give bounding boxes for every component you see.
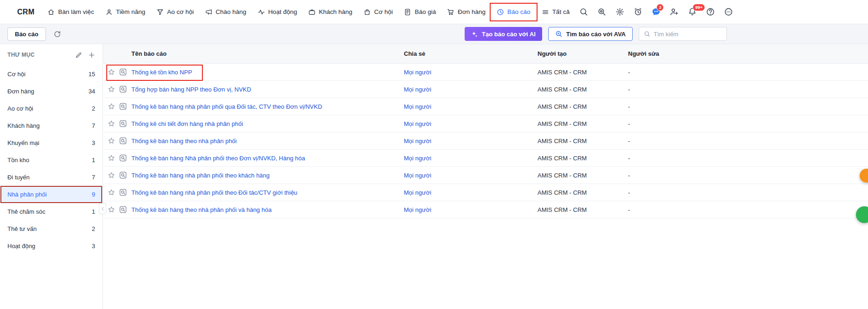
modifier-value: - [628,172,868,179]
favorite-star-icon[interactable] [108,171,115,179]
nav-item[interactable]: Bàn làm việc [42,3,99,21]
opportunity-icon [363,8,371,16]
topbar-action-button[interactable] [611,4,628,20]
column-modifier: Người sửa [628,50,868,57]
preview-report-icon[interactable] [119,102,127,111]
topbar-action-button[interactable] [593,4,610,20]
refresh-icon[interactable] [53,30,61,38]
preview-report-icon[interactable] [119,171,127,179]
topbar-action-button[interactable] [666,4,682,20]
nav-item-label: Ao cơ hội [167,8,194,15]
folder-item[interactable]: Khách hàng 7 [0,117,103,134]
report-name-link[interactable]: Thống kê bán hàng nhà phân phối theo Đối… [131,189,298,196]
favorite-star-icon[interactable] [108,154,115,162]
folder-count: 7 [92,174,95,181]
share-scope-link[interactable]: Mọi người [404,206,431,213]
nav-item[interactable]: Tiềm năng [100,3,151,21]
folder-count: 3 [92,139,95,146]
nav-item-label: Đơn hàng [458,8,486,15]
topbar-action-button[interactable] [702,4,719,20]
report-name-link[interactable]: Thống kê bán hàng Nhà phân phối theo Đơn… [131,155,305,162]
add-folder-icon[interactable] [88,52,95,59]
collapse-sidebar-button[interactable] [99,203,106,214]
report-name-link[interactable]: Thống kê bán hàng nhà phân phối qua Đối … [131,103,322,110]
reminder-icon [634,7,642,16]
share-scope-link[interactable]: Mọi người [404,138,431,145]
find-report-ava-button[interactable]: Tìm báo cáo với AVA [548,27,633,41]
content-area: THƯ MỤC Cơ hội 15 Đơn hàng 34 Ao cơ hội … [0,44,868,309]
topbar-actions: 2 99+ [575,4,737,20]
nav-item[interactable]: Tất cả [536,3,576,21]
topbar-action-button[interactable]: 2 [648,4,664,20]
nav-item[interactable]: Khách hàng [303,3,358,21]
folder-item[interactable]: Nhà phân phối 9 [0,186,103,203]
nav-item[interactable]: Hoạt động [252,3,303,21]
report-page-button[interactable]: Báo cáo [7,27,46,41]
folder-item[interactable]: Đơn hàng 34 [0,83,103,100]
nav-item[interactable]: Chào hàng [200,3,252,21]
folder-item[interactable]: Thẻ tư vấn 2 [0,220,103,237]
folders-sidebar: THƯ MỤC Cơ hội 15 Đơn hàng 34 Ao cơ hội … [0,44,103,309]
report-name-link[interactable]: Tổng hợp bán hàng NPP theo Đơn vị, NVKD [131,86,251,93]
create-report-ai-button[interactable]: Tạo báo cáo với AI [465,27,542,41]
nav-item[interactable]: Cơ hội [358,3,398,21]
app-title: CRM [17,8,34,16]
share-scope-link[interactable]: Mọi người [404,155,431,162]
topbar-action-button[interactable] [629,4,646,20]
folder-count: 2 [92,105,95,112]
folder-item[interactable]: Ao cơ hội 2 [0,100,103,117]
edit-folders-icon[interactable] [75,52,82,59]
folder-item[interactable]: Đi tuyến 7 [0,169,103,186]
folder-item[interactable]: Hoạt động 3 [0,237,103,255]
share-scope-link[interactable]: Mọi người [404,189,431,196]
search-input[interactable] [654,31,719,38]
table-row: Thống kê bán hàng nhà phân phối theo Đối… [103,184,868,201]
folder-item[interactable]: Tồn kho 1 [0,151,103,169]
preview-report-icon[interactable] [119,205,127,214]
nav-item[interactable]: Báo cáo [491,3,536,21]
nav-item[interactable]: Ao cơ hội [151,3,200,21]
preview-report-icon[interactable] [119,154,127,162]
share-scope-link[interactable]: Mọi người [404,103,431,110]
preview-report-icon[interactable] [119,137,127,145]
folder-item[interactable]: Khuyến mại 3 [0,134,103,151]
preview-report-icon[interactable] [119,85,127,93]
folder-label: Tồn kho [7,157,29,164]
order-icon [447,8,454,16]
customer-icon [308,8,316,16]
favorite-star-icon[interactable] [108,68,115,76]
folder-item[interactable]: Cơ hội 15 [0,66,103,83]
share-scope-link[interactable]: Mọi người [404,69,431,76]
report-name-link[interactable]: Thống kê bán hàng theo nhà phân phối và … [131,206,272,213]
report-name-link[interactable]: Thống kê chi tiết đơn hàng nhà phân phối [131,120,243,127]
favorite-star-icon[interactable] [108,189,115,196]
report-name-link[interactable]: Thống kê bán hàng nhà phân phối theo khá… [131,172,270,179]
share-scope-link[interactable]: Mọi người [404,120,431,127]
nav-item[interactable]: Đơn hàng [441,3,491,21]
report-name-link[interactable]: Thống kê tồn kho NPP [131,69,192,76]
modifier-value: - [628,69,868,76]
folder-item[interactable]: Thẻ chăm sóc 1 [0,203,103,220]
favorite-star-icon[interactable] [108,137,115,145]
folders-header: THƯ MỤC [0,44,103,66]
report-name-link[interactable]: Thống kê bán hàng theo nhà phân phối [131,138,237,145]
row-icons [103,137,131,145]
preview-report-icon[interactable] [119,68,127,76]
modifier-value: - [628,103,868,110]
share-scope-link[interactable]: Mọi người [404,86,431,93]
topbar-action-button[interactable] [575,4,592,20]
topbar-action-button[interactable] [720,4,737,20]
favorite-star-icon[interactable] [108,206,115,213]
preview-report-icon[interactable] [119,188,127,197]
top-bar: CRM Bàn làm việc Tiềm năng Ao cơ hội Chà… [0,0,868,24]
table-row: Thống kê bán hàng Nhà phân phối theo Đơn… [103,150,868,167]
table-row: Thống kê bán hàng theo nhà phân phối và … [103,201,868,218]
share-scope-link[interactable]: Mọi người [404,172,431,179]
topbar-action-button[interactable]: 99+ [684,4,700,20]
nav-item[interactable]: Báo giá [398,3,441,21]
folder-label: Đơn hàng [7,88,34,95]
favorite-star-icon[interactable] [108,85,115,93]
favorite-star-icon[interactable] [108,120,115,127]
preview-report-icon[interactable] [119,119,127,128]
favorite-star-icon[interactable] [108,103,115,110]
